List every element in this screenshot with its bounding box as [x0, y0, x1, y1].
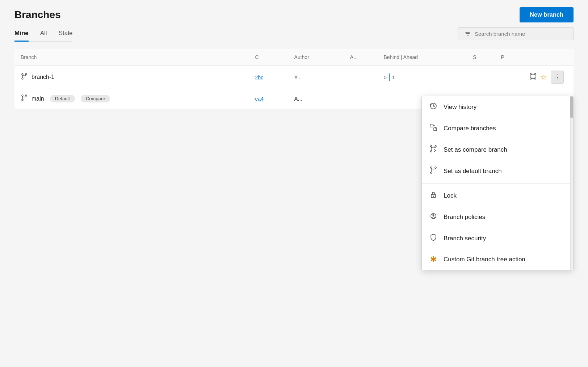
svg-point-8: [534, 73, 536, 75]
svg-rect-0: [465, 32, 470, 33]
behind-ahead-divider: [389, 73, 390, 81]
svg-point-18: [435, 145, 436, 147]
compare-branches-icon: [429, 123, 438, 133]
branch-name-cell: branch-1: [15, 66, 249, 89]
branch-author-cell: A...: [289, 89, 344, 109]
filter-icon: [465, 30, 471, 37]
scrollbar-thumb[interactable]: [570, 96, 573, 118]
set-compare-icon: [429, 145, 438, 155]
svg-point-4: [22, 78, 23, 79]
svg-point-16: [430, 145, 432, 147]
header: Branches New branch: [14, 0, 574, 26]
branch-commit-cell: ea4: [249, 89, 289, 109]
col-actions: [523, 49, 574, 66]
menu-label-branch-security: Branch security: [444, 235, 486, 242]
menu-item-branch-security[interactable]: Branch security: [422, 228, 573, 249]
svg-point-3: [22, 73, 23, 75]
set-default-icon: [429, 166, 438, 176]
menu-item-view-history[interactable]: View history: [422, 96, 573, 118]
commit-link[interactable]: ea4: [255, 96, 264, 102]
svg-point-6: [530, 73, 532, 75]
table-header-row: Branch C Author A... Behind | Ahead S: [15, 49, 574, 66]
menu-label-compare-branches: Compare branches: [444, 125, 496, 132]
search-input[interactable]: [475, 31, 567, 37]
svg-point-7: [530, 78, 532, 79]
new-branch-button[interactable]: New branch: [520, 7, 574, 22]
branch-icon: [21, 73, 28, 82]
svg-point-17: [430, 151, 432, 152]
svg-point-20: [430, 172, 432, 173]
branch-author-cell: Y...: [289, 66, 344, 89]
menu-label-view-history: View history: [444, 104, 476, 111]
menu-item-lock[interactable]: Lock: [422, 185, 573, 206]
col-branch: Branch: [15, 49, 249, 66]
svg-rect-1: [466, 33, 470, 34]
scrollbar[interactable]: [570, 96, 573, 270]
menu-item-compare-branches[interactable]: Compare branches: [422, 118, 573, 139]
svg-point-10: [22, 95, 23, 96]
col-behind-ahead: Behind | Ahead: [378, 49, 467, 66]
col-p: P: [495, 49, 523, 66]
branch-name-label: branch-1: [32, 74, 54, 80]
lock-icon: [429, 191, 438, 201]
branch-commit-cell: 2bc: [249, 66, 289, 89]
svg-point-11: [22, 99, 23, 101]
menu-separator: [422, 183, 573, 184]
branch-name-cell: main Default Compare: [15, 89, 249, 109]
default-badge: Default: [50, 95, 75, 102]
tab-mine[interactable]: Mine: [14, 30, 29, 42]
compare-icon: [529, 72, 537, 82]
menu-label-set-compare: Set as compare branch: [444, 146, 507, 153]
svg-rect-14: [430, 124, 433, 127]
svg-point-12: [25, 95, 27, 96]
behind-value: 0: [383, 74, 386, 80]
table-row: branch-1 2bc Y... 0 1: [15, 66, 574, 89]
branch-s-cell: [467, 66, 495, 89]
menu-item-set-default[interactable]: Set as default branch: [422, 160, 573, 182]
history-icon: [429, 102, 438, 112]
branch-age-cell: [344, 89, 378, 109]
svg-rect-2: [467, 35, 469, 35]
search-box: [458, 27, 574, 40]
branch-name-label: main: [32, 96, 44, 102]
tabs-bar: Mine All Stale: [14, 26, 72, 42]
col-age: A...: [344, 49, 378, 66]
svg-point-19: [430, 167, 432, 168]
compare-badge: Compare: [81, 95, 110, 102]
page-container: Branches New branch Mine All Stale: [0, 0, 588, 367]
more-button[interactable]: ⋮: [551, 71, 564, 84]
tab-stale[interactable]: Stale: [59, 30, 73, 42]
dropdown-menu: View history Compare branches: [421, 96, 574, 270]
page-title: Branches: [14, 9, 61, 21]
tab-all[interactable]: All: [40, 30, 47, 42]
branch-behind-ahead-cell: 0 1: [378, 66, 467, 89]
policies-icon: [429, 212, 438, 222]
branch-age-cell: [344, 66, 378, 89]
svg-point-23: [433, 196, 434, 197]
menu-label-custom-git: Custom Git branch tree action: [444, 256, 525, 263]
orange-star-icon: ✱: [429, 255, 438, 264]
security-icon: [429, 233, 438, 243]
svg-point-25: [433, 214, 434, 216]
svg-point-9: [534, 78, 536, 79]
menu-label-branch-policies: Branch policies: [444, 214, 485, 221]
menu-item-set-compare[interactable]: Set as compare branch: [422, 139, 573, 160]
svg-point-21: [435, 167, 436, 168]
svg-point-5: [25, 73, 27, 75]
ahead-value: 1: [392, 74, 395, 80]
menu-item-branch-policies[interactable]: Branch policies: [422, 206, 573, 228]
col-commit: C: [249, 49, 289, 66]
menu-item-custom-git[interactable]: ✱ Custom Git branch tree action: [422, 249, 573, 270]
menu-label-lock: Lock: [444, 192, 457, 199]
col-author: Author: [289, 49, 344, 66]
col-s: S: [467, 49, 495, 66]
commit-link[interactable]: 2bc: [255, 75, 264, 80]
branch-p-cell: [495, 66, 523, 89]
branch-icon: [21, 94, 28, 103]
branch-actions-cell: ☆ ⋮: [523, 66, 574, 89]
menu-label-set-default: Set as default branch: [444, 168, 502, 175]
star-icon[interactable]: ☆: [541, 73, 547, 81]
